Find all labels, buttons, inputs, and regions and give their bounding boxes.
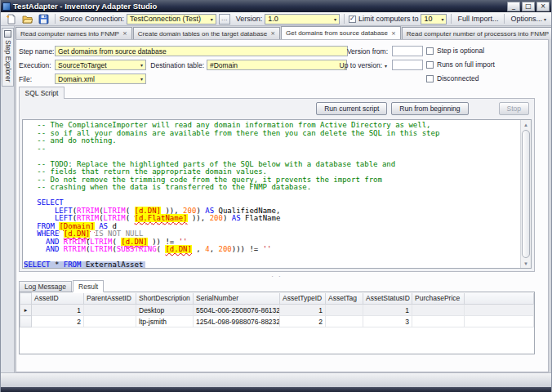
chevron-down-icon: ▾ <box>544 16 546 22</box>
new-file-button[interactable] <box>4 13 18 25</box>
column-header[interactable]: AssetTypeID <box>280 293 326 305</box>
column-header[interactable]: AssetStatusID <box>363 293 412 305</box>
chevron-down-icon: ▾ <box>332 16 336 22</box>
column-header[interactable]: ShortDescription <box>136 293 194 305</box>
document-tabs: Read computer names into FNMP × Create d… <box>16 26 549 39</box>
grid-cell[interactable] <box>412 316 465 327</box>
sql-line[interactable] <box>24 192 519 200</box>
close-button[interactable]: × <box>536 2 550 11</box>
stop-button: Stop <box>499 102 530 115</box>
runs-on-full-import-checkbox[interactable]: Runs on full import <box>426 60 495 69</box>
column-header[interactable]: AssetTag <box>326 293 363 305</box>
window-bottom-edge <box>1 387 551 392</box>
destination-table-input[interactable]: #Domain <box>207 60 347 70</box>
scroll-up-icon[interactable]: ▲ <box>521 120 531 129</box>
splitter-handle[interactable]: · · <box>19 274 535 280</box>
tab-result[interactable]: Result <box>73 280 104 292</box>
sql-editor[interactable]: -- The ComplianceImporter will read any … <box>22 119 532 269</box>
row-selector-header[interactable] <box>20 293 32 305</box>
grid-cell[interactable]: ltp-jsmith <box>136 316 194 327</box>
full-import-button[interactable]: Full Import... <box>456 15 500 23</box>
tab-read-computer-names[interactable]: Read computer names into FNMP × <box>16 27 132 39</box>
table-row[interactable]: ▸1Desktop5504L-006-2508076-8613211 <box>20 305 534 316</box>
step-name-label: Step name: <box>19 47 54 56</box>
grid-cell[interactable] <box>326 316 363 327</box>
grid-cell[interactable]: 1 <box>280 305 326 316</box>
destination-table-label: Destination table: <box>135 61 204 69</box>
open-file-button[interactable] <box>20 13 34 25</box>
row-selector[interactable] <box>20 316 32 327</box>
grid-cell[interactable]: 3 <box>363 316 412 327</box>
toolbar-separator <box>504 14 505 24</box>
version-from-input[interactable] <box>392 46 423 56</box>
open-folder-icon <box>22 14 33 24</box>
tab-read-processors[interactable]: Read computer number of processors into … <box>402 27 552 39</box>
limit-computers-label: Limit computers to <box>358 15 419 23</box>
result-grid-table: AssetIDParentAssetIDShortDescriptionSeri… <box>20 292 534 327</box>
sql-editor-scrollbar[interactable]: ▲ ▼ <box>520 120 531 268</box>
execution-combo[interactable]: SourceToTarget ▾ <box>55 60 146 70</box>
chevron-down-icon: ▾ <box>208 16 213 22</box>
connection-browse-button[interactable]: … <box>219 14 230 24</box>
document-body: Step name: Get domains from source datab… <box>16 39 549 372</box>
step-optional-checkbox[interactable]: Step is optional <box>426 47 484 55</box>
run-current-script-button[interactable]: Run current script <box>316 102 387 115</box>
sql-line[interactable]: -- crashing when the data is transferred… <box>24 184 519 192</box>
scroll-down-icon[interactable]: ▼ <box>521 259 531 268</box>
content-area: Read computer names into FNMP × Create d… <box>16 26 549 372</box>
grid-cell[interactable]: 1 <box>32 305 84 316</box>
source-connection-combo[interactable]: TestConnection (Test) ▾ <box>127 14 216 24</box>
close-icon[interactable]: × <box>122 30 127 37</box>
grid-cell[interactable]: 1254L-098-9988076-88232 <box>194 316 280 327</box>
sql-line[interactable]: -- <box>24 145 519 154</box>
close-icon[interactable]: × <box>270 30 275 37</box>
tab-get-domains[interactable]: Get domains from source database × <box>281 26 401 39</box>
grid-cell[interactable]: 5504L-006-2508076-86132 <box>194 305 280 316</box>
chevron-down-icon: ▾ <box>438 16 443 22</box>
tab-log-message[interactable]: Log Message <box>19 281 72 292</box>
column-header[interactable]: ParentAssetID <box>84 293 136 305</box>
save-button[interactable] <box>37 13 51 25</box>
new-file-icon <box>6 14 16 24</box>
step-name-input[interactable]: Get domains from source database <box>55 46 348 56</box>
limit-computers-checkbox[interactable]: ✓ <box>349 16 356 23</box>
run-from-beginning-button[interactable]: Run from beginning <box>391 102 468 115</box>
column-header[interactable]: SerialNumber <box>194 293 280 305</box>
filler-cell <box>465 305 534 316</box>
step-explorer-tab[interactable]: Step Explorer <box>2 28 14 87</box>
disconnected-checkbox[interactable]: Disconnected <box>426 74 479 82</box>
tab-create-domain-tables[interactable]: Create domain tables on the target datab… <box>133 27 280 39</box>
toolbar-separator <box>344 14 345 24</box>
row-selector[interactable]: ▸ <box>20 305 32 316</box>
sql-code[interactable]: -- The ComplianceImporter will read any … <box>24 122 519 268</box>
sql-selected-line[interactable]: SELECT * FROM ExternalAsset <box>24 261 145 268</box>
grid-cell[interactable]: 2 <box>32 316 84 327</box>
version-combo[interactable]: 1.0 ▾ <box>265 14 340 24</box>
options-button[interactable]: Options... ▾ <box>509 15 548 23</box>
column-header[interactable]: AssetID <box>32 293 84 305</box>
grid-cell[interactable] <box>412 305 465 316</box>
checkbox-box <box>426 47 434 55</box>
step-explorer-icon <box>4 30 11 38</box>
grid-cell[interactable] <box>84 305 136 316</box>
column-header[interactable]: PurchasePrice <box>412 293 465 305</box>
execution-label: Execution: <box>19 61 51 69</box>
close-icon[interactable]: × <box>391 30 396 37</box>
file-combo[interactable]: Domain.xml ▾ <box>55 74 146 84</box>
limit-computers-combo[interactable]: 10 ▾ <box>421 14 447 24</box>
scrollbar-thumb[interactable] <box>522 130 530 258</box>
tab-sql-script[interactable]: SQL Script <box>19 87 65 99</box>
sql-line[interactable]: AND RTRIM(LTRIM(SUBSTRING( [d.DN] , 4, 2… <box>24 246 519 254</box>
grid-cell[interactable]: Desktop <box>136 305 194 316</box>
maximize-button[interactable]: □ <box>522 2 535 11</box>
chevron-down-icon[interactable]: ▾ <box>385 63 387 69</box>
up-to-version-input[interactable] <box>392 60 423 70</box>
source-connection-label: Source Connection: <box>60 15 124 23</box>
grid-cell[interactable] <box>326 305 363 316</box>
grid-cell[interactable]: 1 <box>363 305 412 316</box>
grid-cell[interactable] <box>84 316 136 327</box>
grid-cell[interactable]: 2 <box>280 316 326 327</box>
table-row[interactable]: 2ltp-jsmith1254L-098-9988076-8823223 <box>20 316 534 327</box>
sql-line[interactable]: -- and do nothing. <box>24 137 519 145</box>
minimize-button[interactable]: _ <box>507 2 520 11</box>
